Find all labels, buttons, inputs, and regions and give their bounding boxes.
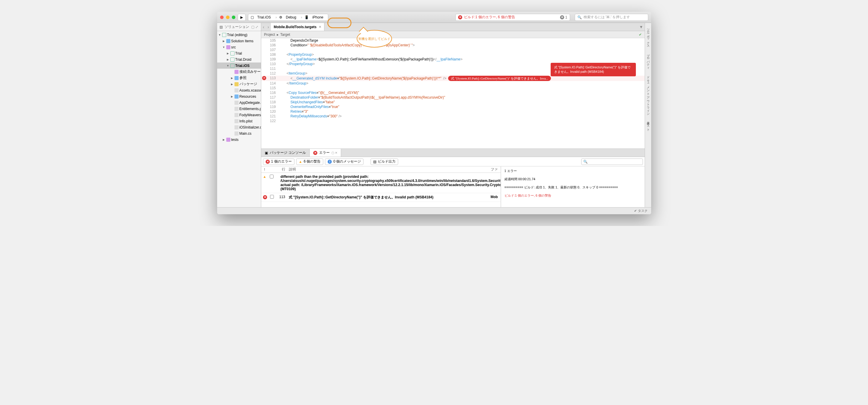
error-search[interactable]: 🔍 [581,159,643,165]
solution-icon: ▤ [219,25,223,29]
tree-item[interactable]: ▶Trial [217,50,261,56]
editor-tabbar: ‹ › Mobile.BuildTools.targets ✕ ▾ [261,23,645,31]
bottom-panel: ▣パッケージ コンソール ✕エラー▢ ✕ ✕1 個のエラー ▲6 個の警告 i0… [261,148,645,207]
editor-tab[interactable]: Mobile.BuildTools.targets ✕ [271,23,325,31]
task-check-icon: ✔ [634,209,637,213]
filter-messages[interactable]: i0 個のメッセージ [325,159,364,165]
solution-sidebar: ▤ ソリューション ▢ ⤢ ▼Trial (editing)▶Solution … [217,23,261,207]
rtab-tests[interactable]: 単体テスト [646,119,650,131]
code-line[interactable]: 114 </ItemGroup> [261,81,645,86]
tree-item[interactable]: Info.plist [217,118,261,124]
titlebar: ▶ ▢ Trial.iOS › ⚙ Debug › 📱 iPhone ✕ ビルド… [217,12,651,23]
tree-item[interactable]: ▼Trial (editing) [217,32,261,38]
code-line[interactable]: 118 SkipUnchangedFiles="false" [261,100,645,104]
search-icon: 🔍 [578,15,582,20]
main-area: ▤ ソリューション ▢ ⤢ ▼Trial (editing)▶Solution … [217,23,651,207]
error-row[interactable]: ✕113式 "[System.IO.Path]::GetDirectoryNam… [261,193,501,202]
tree-item[interactable]: ▼Trial.iOS [217,63,261,69]
info-icon: i [328,160,332,164]
build-output[interactable]: 1 エラー 経過時間 00:00:21.74 ========== ビルド: 成… [501,166,645,207]
code-line[interactable]: 108 <PropertyGroup> [261,52,645,57]
code-line[interactable]: 122 [261,119,645,123]
error-gutter-icon: ✕ [262,76,266,80]
rtab-outline[interactable]: ドキュメント アウトライン [646,73,650,115]
inline-error: 式 "[System.IO.Path]::GetDirectoryName(''… [448,76,551,81]
error-icon: ✕ [458,15,462,20]
tree-item[interactable]: Main.cs [217,130,261,136]
sidebar-header: ▤ ソリューション ▢ ⤢ [217,23,261,31]
code-line[interactable]: 117 DestinationFolder="$(BuildToolsArtif… [261,95,645,100]
run-config-selector[interactable]: ▢ Trial.iOS › ⚙ Debug › 📱 iPhone [248,14,329,21]
build-output-button[interactable]: ▤ビルド出力 [371,159,398,165]
tree-item[interactable]: ▶参照 [217,75,261,81]
tree-item[interactable]: FodyWeavers.xm [217,112,261,118]
solution-tree[interactable]: ▼Trial (editing)▶Solution Items▼src▶Tria… [217,31,261,207]
error-icon: ✕ [266,160,270,164]
error-list-header: ! 行 説明 ファ [261,166,501,173]
build-status[interactable]: ✕ ビルド:1 個のエラー, 6 個の警告 ✕1 [456,14,570,21]
error-row[interactable]: ▲different path than the provided path (… [261,173,501,193]
tree-item[interactable]: Entitlements.plis [217,106,261,112]
code-line[interactable]: 121 RetryDelayMilliseconds="300" /> [261,114,645,119]
error-checkbox[interactable] [270,195,274,199]
error-filters: ✕1 個のエラー ▲6 個の警告 i0 個のメッセージ ▤ビルド出力 🔍 [261,157,645,166]
count-icon: ✕ [560,15,564,20]
config-selector[interactable]: ⚙ Debug [277,15,301,20]
code-line[interactable]: 105 DependsOnTarge [261,38,645,43]
rtab-properties[interactable]: プロパティ [646,51,650,69]
tree-item[interactable]: ▶Solution Items [217,38,261,44]
run-button[interactable]: ▶ [238,14,246,21]
error-list[interactable]: ! 行 説明 ファ ▲different path than the provi… [261,166,501,207]
bottom-content: ! 行 説明 ファ ▲different path than the provi… [261,166,645,207]
output-icon: ▤ [373,160,376,164]
tree-item[interactable]: ▶Resources [217,93,261,100]
code-line[interactable]: 119 OverwriteReadOnlyFiles="true" [261,104,645,109]
statusbar: ✔ タスク [217,207,651,214]
code-line[interactable]: 116 <Copy SourceFiles="@(__Generated_dSY… [261,90,645,95]
device-selector[interactable]: 📱 iPhone [302,15,328,20]
right-sidebar: ツールボックス プロパティ ドキュメント アウトライン 単体テスト [645,23,651,207]
code-line[interactable]: 107 [261,47,645,52]
global-search[interactable]: 🔍 検索するには '⌘.' を押します [575,14,648,21]
code-line[interactable]: 115 [261,86,645,90]
filter-warnings[interactable]: ▲6 個の警告 [296,159,323,165]
sidebar-dock-icon[interactable]: ▢ ⤢ [251,25,258,29]
tab-overflow-icon[interactable]: ▾ [638,23,645,31]
tree-item[interactable]: ▶tests [217,136,261,143]
tree-item[interactable]: 接続済みサービ [217,69,261,75]
minimize-window-button[interactable] [226,15,229,19]
ide-window: 実機を選択してビルド ▶ ▢ Trial.iOS › ⚙ Debug › 📱 i… [217,12,651,214]
tree-item[interactable]: AppDelegate.cs [217,100,261,106]
rtab-toolbox[interactable]: ツールボックス [646,25,650,47]
code-line[interactable]: 109 <__IpaFileName>$([System.IO.Path]::G… [261,57,645,62]
tree-item[interactable]: Assets.xcassets [217,87,261,93]
tree-item[interactable]: ▶パッケージ [217,81,261,87]
error-checkbox[interactable] [270,175,274,178]
bottom-tabs: ▣パッケージ コンソール ✕エラー▢ ✕ [261,149,645,157]
zoom-window-button[interactable] [232,15,236,19]
code-editor[interactable]: 105 DependsOnTarge106 Condition=" '$(Dis… [261,38,645,148]
breadcrumb[interactable]: Project ▸ Target ✔ [261,31,645,38]
filter-errors[interactable]: ✕1 個のエラー [263,159,294,165]
project-selector[interactable]: ▢ Trial.iOS [248,15,276,20]
code-line[interactable]: ✕113 <__Generated_dSYM Include="$([Syste… [261,76,645,81]
close-window-button[interactable] [220,15,224,19]
error-tooltip: 式 "[System.IO.Path]::GetDirectoryName(''… [551,63,636,76]
nav-back-forward[interactable]: ‹ › [261,23,271,31]
warning-icon: ▲ [299,160,302,164]
code-line[interactable]: 120 Retries="3" [261,109,645,114]
tree-item[interactable]: ▶Trial.Droid [217,56,261,63]
analysis-ok-icon: ✔ [639,33,642,37]
error-icon: ✕ [313,151,317,155]
traffic-lights [220,15,236,19]
code-line[interactable]: 106 Condition=" '$(DisableBuildToolsArti… [261,43,645,47]
close-tab-icon[interactable]: ✕ [319,25,321,29]
tab-errors[interactable]: ✕エラー▢ ✕ [310,149,341,157]
dock-icon[interactable]: ▢ ✕ [332,151,337,155]
editor-area: ‹ › Mobile.BuildTools.targets ✕ ▾ Projec… [261,23,645,207]
tree-item[interactable]: ▼src [217,44,261,50]
tree-item[interactable]: iOSInitializer.cs [217,124,261,130]
tab-package-console[interactable]: ▣パッケージ コンソール [261,149,310,157]
